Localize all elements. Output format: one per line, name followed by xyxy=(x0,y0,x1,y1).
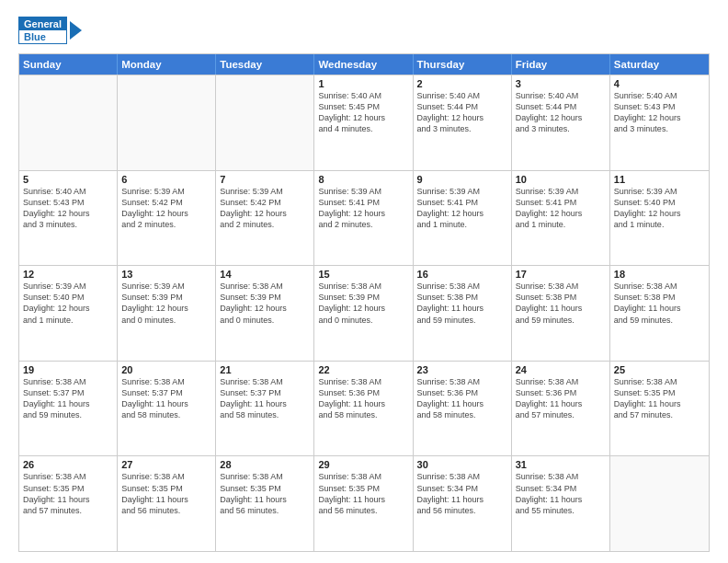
day-number: 26 xyxy=(23,459,113,470)
day-info: Sunrise: 5:40 AMSunset: 5:43 PMDaylight:… xyxy=(614,90,705,135)
day-number: 10 xyxy=(516,174,606,185)
day-number: 27 xyxy=(121,459,211,470)
day-info: Sunrise: 5:38 AMSunset: 5:38 PMDaylight:… xyxy=(417,281,507,326)
day-number: 6 xyxy=(121,174,211,185)
day-info: Sunrise: 5:39 AMSunset: 5:42 PMDaylight:… xyxy=(121,186,211,231)
day-info: Sunrise: 5:39 AMSunset: 5:41 PMDaylight:… xyxy=(516,186,606,231)
calendar-day-28: 28Sunrise: 5:38 AMSunset: 5:35 PMDayligh… xyxy=(216,456,314,551)
day-info: Sunrise: 5:38 AMSunset: 5:35 PMDaylight:… xyxy=(220,471,310,516)
calendar-day-7: 7Sunrise: 5:39 AMSunset: 5:42 PMDaylight… xyxy=(216,171,314,266)
day-number: 13 xyxy=(121,269,211,280)
calendar-empty-cell xyxy=(118,75,216,170)
calendar-day-29: 29Sunrise: 5:38 AMSunset: 5:35 PMDayligh… xyxy=(314,456,413,551)
day-header-saturday: Saturday xyxy=(610,54,709,75)
calendar-day-19: 19Sunrise: 5:38 AMSunset: 5:37 PMDayligh… xyxy=(19,362,118,456)
calendar-day-9: 9Sunrise: 5:39 AMSunset: 5:41 PMDaylight… xyxy=(414,171,512,266)
day-info: Sunrise: 5:39 AMSunset: 5:42 PMDaylight:… xyxy=(220,186,310,231)
day-number: 24 xyxy=(516,364,606,375)
day-header-thursday: Thursday xyxy=(414,54,512,75)
calendar-week-4: 19Sunrise: 5:38 AMSunset: 5:37 PMDayligh… xyxy=(19,361,709,456)
day-info: Sunrise: 5:38 AMSunset: 5:35 PMDaylight:… xyxy=(614,376,705,421)
day-info: Sunrise: 5:38 AMSunset: 5:39 PMDaylight:… xyxy=(318,281,408,326)
day-number: 23 xyxy=(417,364,507,375)
calendar-day-17: 17Sunrise: 5:38 AMSunset: 5:38 PMDayligh… xyxy=(512,266,610,361)
logo: General Blue xyxy=(18,17,82,44)
calendar-week-3: 12Sunrise: 5:39 AMSunset: 5:40 PMDayligh… xyxy=(19,265,709,361)
day-number: 17 xyxy=(516,269,606,280)
day-number: 22 xyxy=(318,364,408,375)
day-info: Sunrise: 5:38 AMSunset: 5:37 PMDaylight:… xyxy=(220,376,310,421)
calendar-day-1: 1Sunrise: 5:40 AMSunset: 5:45 PMDaylight… xyxy=(314,75,413,170)
day-info: Sunrise: 5:38 AMSunset: 5:35 PMDaylight:… xyxy=(23,471,113,516)
calendar-day-3: 3Sunrise: 5:40 AMSunset: 5:44 PMDaylight… xyxy=(512,75,610,170)
calendar-week-5: 26Sunrise: 5:38 AMSunset: 5:35 PMDayligh… xyxy=(19,455,709,551)
day-number: 8 xyxy=(318,174,408,185)
calendar-empty-cell xyxy=(610,456,709,551)
day-info: Sunrise: 5:40 AMSunset: 5:43 PMDaylight:… xyxy=(23,186,113,231)
page: General Blue SundayMondayTuesdayWednesda… xyxy=(0,0,728,563)
day-info: Sunrise: 5:39 AMSunset: 5:40 PMDaylight:… xyxy=(23,281,113,326)
day-number: 28 xyxy=(220,459,310,470)
calendar-day-20: 20Sunrise: 5:38 AMSunset: 5:37 PMDayligh… xyxy=(118,362,216,456)
day-number: 21 xyxy=(220,364,310,375)
calendar-day-6: 6Sunrise: 5:39 AMSunset: 5:42 PMDaylight… xyxy=(118,171,216,266)
day-number: 30 xyxy=(417,459,507,470)
day-info: Sunrise: 5:39 AMSunset: 5:41 PMDaylight:… xyxy=(417,186,507,231)
calendar-day-30: 30Sunrise: 5:38 AMSunset: 5:34 PMDayligh… xyxy=(414,456,512,551)
calendar-day-21: 21Sunrise: 5:38 AMSunset: 5:37 PMDayligh… xyxy=(216,362,314,456)
day-info: Sunrise: 5:38 AMSunset: 5:37 PMDaylight:… xyxy=(23,376,113,421)
day-number: 20 xyxy=(121,364,211,375)
day-info: Sunrise: 5:38 AMSunset: 5:36 PMDaylight:… xyxy=(516,376,606,421)
calendar-empty-cell xyxy=(19,75,118,170)
calendar-day-26: 26Sunrise: 5:38 AMSunset: 5:35 PMDayligh… xyxy=(19,456,118,551)
day-info: Sunrise: 5:39 AMSunset: 5:41 PMDaylight:… xyxy=(318,186,408,231)
calendar-day-14: 14Sunrise: 5:38 AMSunset: 5:39 PMDayligh… xyxy=(216,266,314,361)
day-header-sunday: Sunday xyxy=(19,54,118,75)
day-header-monday: Monday xyxy=(118,54,216,75)
day-info: Sunrise: 5:40 AMSunset: 5:45 PMDaylight:… xyxy=(318,90,408,135)
day-number: 29 xyxy=(318,459,408,470)
day-number: 9 xyxy=(417,174,507,185)
day-info: Sunrise: 5:38 AMSunset: 5:36 PMDaylight:… xyxy=(318,376,408,421)
day-info: Sunrise: 5:38 AMSunset: 5:34 PMDaylight:… xyxy=(417,471,507,516)
calendar-week-2: 5Sunrise: 5:40 AMSunset: 5:43 PMDaylight… xyxy=(19,170,709,266)
day-info: Sunrise: 5:38 AMSunset: 5:38 PMDaylight:… xyxy=(614,281,705,326)
day-header-wednesday: Wednesday xyxy=(314,54,413,75)
calendar-day-8: 8Sunrise: 5:39 AMSunset: 5:41 PMDaylight… xyxy=(314,171,413,266)
day-info: Sunrise: 5:38 AMSunset: 5:38 PMDaylight:… xyxy=(516,281,606,326)
day-number: 7 xyxy=(220,174,310,185)
calendar-day-23: 23Sunrise: 5:38 AMSunset: 5:36 PMDayligh… xyxy=(414,362,512,456)
calendar-day-18: 18Sunrise: 5:38 AMSunset: 5:38 PMDayligh… xyxy=(610,266,709,361)
calendar-empty-cell xyxy=(216,75,314,170)
day-number: 31 xyxy=(516,459,606,470)
day-number: 4 xyxy=(614,78,705,89)
calendar-body: 1Sunrise: 5:40 AMSunset: 5:45 PMDaylight… xyxy=(19,75,709,551)
calendar-day-24: 24Sunrise: 5:38 AMSunset: 5:36 PMDayligh… xyxy=(512,362,610,456)
calendar-day-11: 11Sunrise: 5:39 AMSunset: 5:40 PMDayligh… xyxy=(610,171,709,266)
calendar-day-10: 10Sunrise: 5:39 AMSunset: 5:41 PMDayligh… xyxy=(512,171,610,266)
day-info: Sunrise: 5:38 AMSunset: 5:35 PMDaylight:… xyxy=(121,471,211,516)
day-info: Sunrise: 5:38 AMSunset: 5:34 PMDaylight:… xyxy=(516,471,606,516)
day-number: 3 xyxy=(516,78,606,89)
calendar-day-13: 13Sunrise: 5:39 AMSunset: 5:39 PMDayligh… xyxy=(118,266,216,361)
day-number: 2 xyxy=(417,78,507,89)
day-number: 11 xyxy=(614,174,705,185)
day-info: Sunrise: 5:38 AMSunset: 5:35 PMDaylight:… xyxy=(318,471,408,516)
calendar-day-22: 22Sunrise: 5:38 AMSunset: 5:36 PMDayligh… xyxy=(314,362,413,456)
header: General Blue xyxy=(18,17,710,44)
day-info: Sunrise: 5:39 AMSunset: 5:40 PMDaylight:… xyxy=(614,186,705,231)
calendar-day-4: 4Sunrise: 5:40 AMSunset: 5:43 PMDaylight… xyxy=(610,75,709,170)
calendar-day-12: 12Sunrise: 5:39 AMSunset: 5:40 PMDayligh… xyxy=(19,266,118,361)
day-number: 16 xyxy=(417,269,507,280)
day-number: 15 xyxy=(318,269,408,280)
calendar-day-5: 5Sunrise: 5:40 AMSunset: 5:43 PMDaylight… xyxy=(19,171,118,266)
day-info: Sunrise: 5:38 AMSunset: 5:39 PMDaylight:… xyxy=(220,281,310,326)
day-info: Sunrise: 5:38 AMSunset: 5:37 PMDaylight:… xyxy=(121,376,211,421)
day-info: Sunrise: 5:38 AMSunset: 5:36 PMDaylight:… xyxy=(417,376,507,421)
calendar-header: SundayMondayTuesdayWednesdayThursdayFrid… xyxy=(19,54,709,75)
day-number: 1 xyxy=(318,78,408,89)
calendar-day-25: 25Sunrise: 5:38 AMSunset: 5:35 PMDayligh… xyxy=(610,362,709,456)
day-info: Sunrise: 5:40 AMSunset: 5:44 PMDaylight:… xyxy=(516,90,606,135)
day-header-tuesday: Tuesday xyxy=(216,54,314,75)
day-number: 25 xyxy=(614,364,705,375)
